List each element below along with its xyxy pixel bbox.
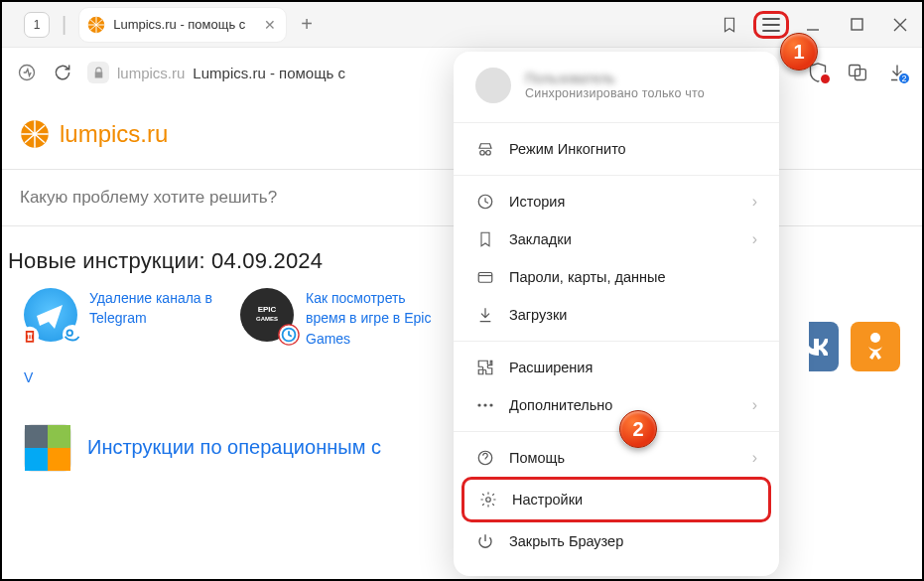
menu-label: Загрузки (509, 307, 567, 323)
svg-point-16 (483, 403, 486, 406)
article-link[interactable]: Как посмотреть время в игре в Epic Games (306, 288, 439, 349)
help-icon (475, 448, 495, 468)
svg-rect-1 (852, 19, 862, 30)
separator: | (62, 13, 66, 36)
incognito-icon (475, 139, 495, 159)
site-favicon-icon (87, 16, 105, 34)
gear-icon (478, 490, 498, 509)
card-icon (475, 267, 495, 287)
profile-name: Пользователь (525, 71, 705, 86)
site-name: lumpics.ru (60, 120, 168, 148)
dots-icon (475, 395, 495, 415)
menu-label: Пароли, карты, данные (509, 269, 666, 285)
social-buttons (789, 322, 900, 371)
main-menu-dropdown: Пользователь Синхронизировано только что… (454, 52, 779, 576)
chevron-right-icon: › (752, 230, 757, 248)
power-icon (475, 531, 495, 551)
menu-profile[interactable]: Пользователь Синхронизировано только что (454, 62, 779, 115)
lock-icon (87, 62, 109, 83)
sidebar-toggle-icon[interactable] (16, 62, 38, 83)
step-marker-2: 2 (619, 410, 657, 448)
url-title: Lumpics.ru - помощь с (193, 65, 345, 81)
article-card[interactable]: Удаление канала в Telegram (24, 288, 222, 349)
menu-incognito[interactable]: Режим Инкогнито (454, 130, 779, 168)
article-link[interactable]: Удаление канала в Telegram (89, 288, 222, 329)
menu-label: Помощь (509, 450, 565, 466)
puzzle-icon (475, 358, 495, 377)
menu-extensions[interactable]: Расширения (454, 349, 779, 386)
svg-point-19 (486, 498, 491, 503)
download-icon (475, 305, 495, 325)
menu-label: История (509, 194, 565, 210)
menu-bookmarks[interactable]: Закладки › (454, 220, 779, 258)
tab-counter[interactable]: 1 (24, 12, 50, 38)
downloads-icon[interactable]: 2 (886, 62, 908, 83)
menu-label: Закладки (509, 231, 572, 247)
window-maximize-button[interactable] (835, 5, 878, 45)
chevron-right-icon: › (752, 449, 757, 467)
bookmark-outline-icon[interactable] (708, 5, 751, 45)
menu-label: Настройки (512, 492, 583, 508)
article-card[interactable]: EPICGAMES Как посмотреть время в игре в … (240, 288, 439, 349)
menu-close-browser[interactable]: Закрыть Браузер (454, 522, 779, 560)
avatar (475, 68, 511, 103)
url-host: lumpics.ru (117, 65, 185, 81)
orange-slice-icon (20, 119, 50, 149)
os-instructions-label: Инструкции по операционным с (87, 436, 381, 459)
menu-history[interactable]: История › (454, 183, 779, 220)
svg-point-2 (20, 66, 35, 80)
os-tiles-icon (24, 424, 71, 472)
svg-point-17 (489, 403, 492, 406)
new-tab-button[interactable]: + (301, 13, 313, 36)
menu-label: Режим Инкогнито (509, 141, 626, 157)
profile-sync-status: Синхронизировано только что (525, 86, 705, 100)
translate-icon[interactable] (847, 62, 868, 83)
tab-title: Lumpics.ru - помощь с (113, 17, 256, 32)
menu-passwords[interactable]: Пароли, карты, данные (454, 258, 779, 296)
epic-thumb-icon: EPICGAMES (240, 288, 294, 342)
menu-settings[interactable]: Настройки (474, 486, 758, 513)
hamburger-icon (762, 18, 780, 32)
svg-point-10 (870, 333, 880, 343)
menu-downloads[interactable]: Загрузки (454, 296, 779, 334)
browser-tab[interactable]: Lumpics.ru - помощь с ✕ (78, 7, 287, 43)
search-placeholder: Какую проблему хотите решить? (20, 188, 277, 207)
menu-more[interactable]: Дополнительно › (454, 386, 779, 424)
chevron-right-icon: › (752, 193, 757, 211)
telegram-thumb-icon (24, 288, 77, 342)
svg-rect-14 (478, 273, 492, 283)
bookmark-icon (475, 229, 495, 249)
reload-button[interactable] (52, 62, 73, 83)
window-close-button[interactable] (878, 5, 922, 45)
svg-point-12 (486, 151, 491, 156)
menu-label: Дополнительно (509, 397, 612, 413)
svg-point-11 (480, 151, 485, 156)
menu-label: Закрыть Браузер (509, 533, 623, 549)
tab-close-icon[interactable]: ✕ (264, 17, 276, 33)
chevron-right-icon: › (752, 396, 757, 414)
truncated-link[interactable]: V (24, 369, 33, 385)
history-icon (475, 192, 495, 212)
ok-button[interactable] (851, 322, 900, 371)
vk-button[interactable] (789, 322, 839, 371)
menu-label: Расширения (509, 360, 593, 375)
svg-point-15 (477, 403, 480, 406)
menu-help[interactable]: Помощь › (454, 439, 779, 477)
step-marker-1: 1 (780, 33, 818, 71)
